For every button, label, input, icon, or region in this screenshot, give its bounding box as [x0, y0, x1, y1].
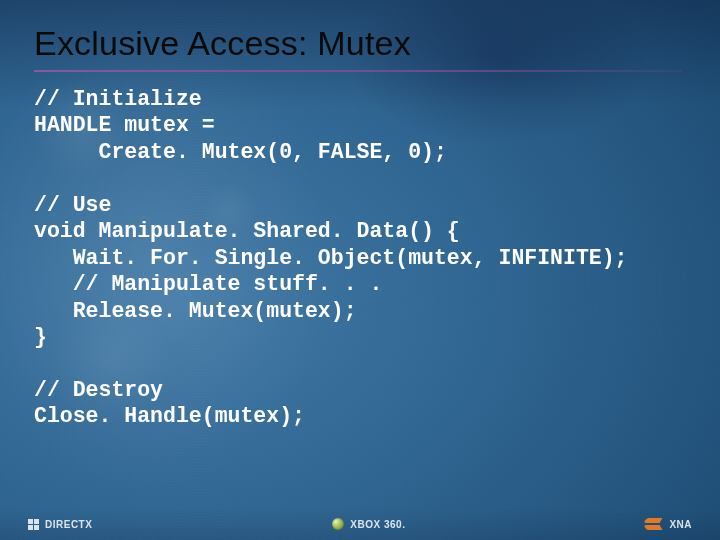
brand-xbox: XBOX 360. — [332, 518, 405, 530]
brand-xbox-label: XBOX 360. — [350, 519, 405, 530]
brand-xna: XNA — [645, 518, 692, 530]
brand-directx: DIRECTX — [28, 519, 92, 530]
slide-title: Exclusive Access: Mutex — [34, 24, 411, 63]
footer: DIRECTX XBOX 360. XNA — [0, 508, 720, 540]
code-block: // Initialize HANDLE mutex = Create. Mut… — [34, 86, 694, 430]
xna-wing-icon — [645, 518, 663, 530]
title-underline — [34, 70, 682, 72]
microsoft-logo-icon — [28, 519, 39, 530]
slide: Exclusive Access: Mutex // Initialize HA… — [0, 0, 720, 540]
brand-directx-label: DIRECTX — [45, 519, 92, 530]
xbox-sphere-icon — [332, 518, 344, 530]
brand-xna-label: XNA — [669, 519, 692, 530]
